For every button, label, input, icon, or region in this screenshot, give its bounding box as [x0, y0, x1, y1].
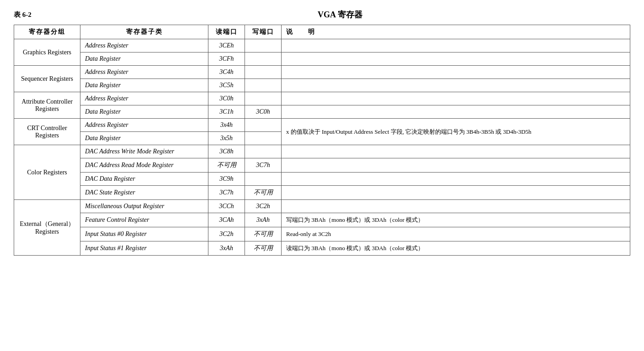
subtype-cell: Input Status #0 Register: [80, 227, 208, 241]
subtype-cell: DAC State Register: [80, 186, 208, 200]
write-port-cell: [245, 119, 282, 132]
write-port-cell: [245, 145, 282, 158]
read-port-cell: 3C5h: [208, 79, 245, 92]
desc-cell: [282, 158, 630, 173]
read-port-cell: 3C9h: [208, 173, 245, 186]
write-port-cell: 不可用: [245, 241, 282, 256]
vga-register-table: 寄存器分组 寄存器子类 读端口 写端口 说 明 Graphics Registe…: [14, 25, 630, 256]
group-cell: Attribute Controller Registers: [14, 92, 80, 119]
write-port-cell: 3C7h: [245, 158, 282, 173]
read-port-cell: 3C0h: [208, 92, 245, 105]
subtype-cell: Address Register: [80, 66, 208, 79]
desc-cell: Read-only at 3C2h: [282, 227, 630, 241]
subtype-cell: Miscellaneous Output Register: [80, 200, 208, 213]
read-port-cell: 3CFh: [208, 52, 245, 66]
header-read-port: 读端口: [208, 25, 245, 39]
read-port-cell: 3CCh: [208, 200, 245, 213]
subtype-cell: DAC Address Write Mode Register: [80, 145, 208, 158]
header-group: 寄存器分组: [14, 25, 80, 39]
write-port-cell: [245, 52, 282, 66]
subtype-cell: Input Status #1 Register: [80, 241, 208, 256]
subtype-cell: Data Register: [80, 79, 208, 92]
subtype-cell: Feature Control Register: [80, 213, 208, 227]
write-port-cell: 3C2h: [245, 200, 282, 213]
read-port-cell: 3C1h: [208, 105, 245, 119]
subtype-cell: Address Register: [80, 119, 208, 132]
desc-cell: [282, 173, 630, 186]
desc-cell: 读端口为 3BAh（mono 模式）或 3DAh（color 模式）: [282, 241, 630, 256]
write-port-cell: [245, 66, 282, 79]
write-port-cell: [245, 92, 282, 105]
group-cell: Graphics Registers: [14, 39, 80, 66]
desc-cell: [282, 105, 630, 119]
group-cell: Color Registers: [14, 145, 80, 200]
header-write-port: 写端口: [245, 25, 282, 39]
read-port-cell: 不可用: [208, 158, 245, 173]
read-port-cell: 3C7h: [208, 186, 245, 200]
subtype-cell: Data Register: [80, 105, 208, 119]
write-port-cell: 3xAh: [245, 213, 282, 227]
read-port-cell: 3x5h: [208, 132, 245, 145]
desc-cell: [282, 39, 630, 52]
read-port-cell: 3C4h: [208, 66, 245, 79]
write-port-cell: [245, 132, 282, 145]
write-port-cell: [245, 79, 282, 92]
write-port-cell: 不可用: [245, 186, 282, 200]
desc-cell: x 的值取决于 Input/Output Address Select 字段, …: [282, 119, 630, 145]
read-port-cell: 3xAh: [208, 241, 245, 256]
subtype-cell: DAC Address Read Mode Register: [80, 158, 208, 173]
read-port-cell: 3C2h: [208, 227, 245, 241]
subtype-cell: Address Register: [80, 39, 208, 52]
desc-cell: [282, 200, 630, 213]
write-port-cell: [245, 173, 282, 186]
header-description: 说 明: [282, 25, 630, 39]
group-cell: External（General）Registers: [14, 200, 80, 256]
desc-cell: 写端口为 3BAh（mono 模式）或 3DAh（color 模式）: [282, 213, 630, 227]
header-subtype: 寄存器子类: [80, 25, 208, 39]
write-port-cell: 不可用: [245, 227, 282, 241]
desc-cell: [282, 145, 630, 158]
read-port-cell: 3CAh: [208, 213, 245, 227]
subtype-cell: Address Register: [80, 92, 208, 105]
table-title: VGA 寄存器: [50, 9, 630, 20]
write-port-cell: 3C0h: [245, 105, 282, 119]
desc-cell: [282, 92, 630, 105]
group-cell: Sequencer Registers: [14, 66, 80, 92]
read-port-cell: 3C8h: [208, 145, 245, 158]
table-number: 表 6-2: [14, 10, 32, 19]
desc-cell: [282, 52, 630, 66]
subtype-cell: DAC Data Register: [80, 173, 208, 186]
desc-cell: [282, 79, 630, 92]
desc-cell: [282, 186, 630, 200]
subtype-cell: Data Register: [80, 132, 208, 145]
read-port-cell: 3CEh: [208, 39, 245, 52]
subtype-cell: Data Register: [80, 52, 208, 66]
desc-cell: [282, 66, 630, 79]
write-port-cell: [245, 39, 282, 52]
group-cell: CRT Controller Registers: [14, 119, 80, 145]
read-port-cell: 3x4h: [208, 119, 245, 132]
